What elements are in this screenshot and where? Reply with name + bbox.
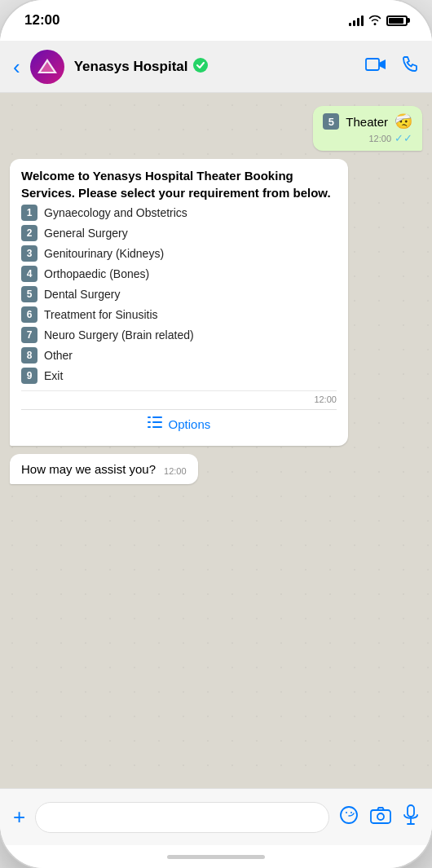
read-ticks: ✓✓ [395, 132, 412, 144]
message-input[interactable] [35, 802, 329, 833]
menu-item: 3 Genitourinary (Kidneys) [21, 245, 337, 262]
item-label: Dental Surgery [44, 288, 120, 301]
item-label: Orthopaedic (Bones) [44, 267, 149, 280]
outgoing-time: 12:00 ✓✓ [323, 132, 412, 144]
menu-item: 9 Exit [21, 368, 337, 384]
item-number: 6 [21, 306, 37, 323]
item-label: Neuro Surgery (Brain related) [44, 328, 194, 341]
item-number: 2 [21, 225, 37, 241]
svg-point-12 [346, 812, 347, 813]
svg-rect-6 [152, 416, 162, 418]
chat-header: ‹ Yenasys Hospital [0, 41, 432, 93]
item-number: 1 [21, 205, 37, 221]
item-label: Gynaecology and Obstetrics [44, 206, 187, 219]
message-number-badge: 5 [323, 113, 339, 130]
status-time: 12:00 [24, 12, 60, 29]
svg-point-15 [377, 813, 384, 820]
home-bar [167, 855, 265, 859]
svg-marker-4 [379, 59, 386, 69]
sticker-icon[interactable] [339, 805, 359, 830]
menu-item: 2 General Surgery [21, 225, 337, 241]
add-button[interactable]: + [13, 804, 25, 830]
menu-header: Welcome to Yenasys Hospital Theater Book… [21, 167, 337, 201]
svg-point-13 [350, 812, 352, 813]
message-footer: 12:00 [21, 394, 337, 404]
simple-message: How may we assist you? 12:00 [10, 454, 198, 484]
contact-name: Yenasys Hospital [74, 59, 188, 75]
menu-item: 8 Other [21, 347, 337, 364]
bottom-bar: + [0, 788, 432, 845]
phone-frame: 12:00 ‹ [0, 0, 432, 868]
options-button[interactable]: Options [21, 410, 337, 438]
item-label: Genitourinary (Kidneys) [44, 247, 164, 260]
svg-point-11 [341, 807, 357, 823]
outgoing-emoji: 🤕 [395, 112, 412, 130]
microphone-icon[interactable] [403, 804, 419, 831]
simple-time: 12:00 [164, 466, 187, 476]
outgoing-text: Theater [346, 115, 388, 129]
svg-rect-10 [152, 426, 162, 428]
svg-point-2 [193, 58, 208, 73]
header-name-area: Yenasys Hospital [74, 58, 355, 76]
item-number: 9 [21, 368, 37, 384]
signal-icon [349, 15, 364, 26]
menu-item: 5 Dental Surgery [21, 286, 337, 302]
menu-item: 1 Gynaecology and Obstetrics [21, 205, 337, 221]
battery-icon [386, 15, 408, 26]
chat-area[interactable]: 5 Theater 🤕 12:00 ✓✓ Welcome to Yenasys … [0, 93, 432, 788]
svg-rect-7 [148, 421, 151, 423]
item-label: Treatment for Sinusitis [44, 308, 158, 321]
item-number: 5 [21, 286, 37, 302]
item-label: General Surgery [44, 227, 128, 240]
status-icons [349, 14, 408, 28]
status-bar: 12:00 [0, 0, 432, 41]
video-call-icon[interactable] [365, 56, 386, 77]
svg-rect-5 [148, 416, 151, 418]
header-actions [365, 55, 419, 78]
incoming-menu-message: Welcome to Yenasys Hospital Theater Book… [10, 159, 348, 446]
phone-call-icon[interactable] [401, 55, 419, 78]
home-indicator [0, 845, 432, 868]
menu-item: 4 Orthopaedic (Bones) [21, 266, 337, 282]
item-label: Exit [44, 369, 63, 382]
svg-rect-9 [148, 426, 151, 428]
svg-rect-8 [152, 421, 162, 423]
svg-rect-16 [408, 805, 414, 817]
menu-item: 7 Neuro Surgery (Brain related) [21, 327, 337, 343]
item-number: 4 [21, 266, 37, 282]
options-label: Options [169, 417, 211, 431]
camera-icon[interactable] [370, 806, 391, 829]
wifi-icon [368, 14, 381, 28]
item-number: 3 [21, 245, 37, 262]
options-icon [148, 416, 162, 431]
back-button[interactable]: ‹ [13, 56, 20, 77]
svg-rect-14 [371, 810, 390, 823]
message-divider [21, 390, 337, 391]
menu-time: 12:00 [314, 394, 337, 404]
bottom-icons [339, 804, 419, 831]
simple-text: How may we assist you? [21, 462, 156, 476]
item-number: 7 [21, 327, 37, 343]
svg-rect-3 [366, 59, 379, 70]
item-number: 8 [21, 347, 37, 364]
outgoing-message: 5 Theater 🤕 12:00 ✓✓ [313, 106, 422, 151]
menu-item: 6 Treatment for Sinusitis [21, 306, 337, 323]
verified-badge [193, 58, 208, 76]
menu-items-list: 1 Gynaecology and Obstetrics 2 General S… [21, 205, 337, 384]
avatar [30, 50, 64, 84]
item-label: Other [44, 349, 73, 362]
